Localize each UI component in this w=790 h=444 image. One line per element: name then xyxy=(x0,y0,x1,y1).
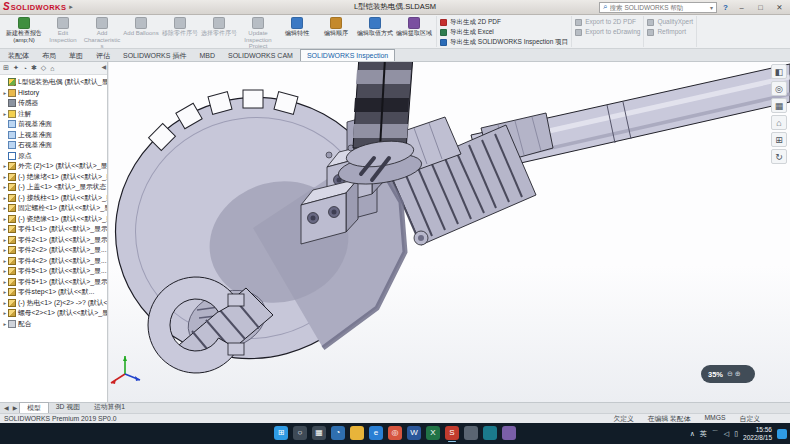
tree-item[interactable]: 上视基准面 xyxy=(2,130,107,141)
tree-item[interactable]: ▸ 零件1<1> (默认<<默认>_显示状态 xyxy=(2,224,107,235)
tree-item[interactable]: ▸ (-) 接线柱<1> (默认<<默认>_显... xyxy=(2,193,107,204)
tree-item[interactable]: 原点 xyxy=(2,151,107,162)
tree-item[interactable]: ▸ History xyxy=(2,88,107,99)
tree-item[interactable]: ▸ 零件step<1> (默认<<默... xyxy=(2,287,107,298)
ribbon-button[interactable]: 移除零件序号 xyxy=(161,16,199,37)
viewport-tool-button[interactable]: ↻ xyxy=(771,149,787,164)
tree-item[interactable]: ▸ 外壳 (2)<1> (默认<<默认>_显示状态 xyxy=(2,161,107,172)
feature-manager-tab-icon[interactable]: ✱ xyxy=(31,64,37,72)
help-search[interactable]: ⌕ ▾ xyxy=(599,2,717,13)
taskbar-icon[interactable] xyxy=(502,426,516,440)
command-tab[interactable]: SOLIDWORKS Inspection xyxy=(300,49,395,61)
taskbar-icon[interactable]: e xyxy=(369,426,383,440)
ribbon-button[interactable]: 编辑提取区域 xyxy=(395,16,433,37)
tree-item[interactable]: ▸ 零件5<1> (默认<<默认>_显... xyxy=(2,266,107,277)
tree-item[interactable]: ▸ 配合 xyxy=(2,319,107,330)
feature-manager-tab-icon[interactable]: ✦ xyxy=(13,64,19,72)
tab-scroll-right-arrow[interactable]: ▶ xyxy=(11,403,20,413)
ribbon-button[interactable]: Add Characteristics xyxy=(83,16,121,49)
tree-item[interactable]: ▸ (-) 瓷绝缘<1> (默认<<默认>_显示状... xyxy=(2,214,107,225)
viewport-tool-button[interactable]: ⊞ xyxy=(771,132,787,147)
ribbon-menu-item[interactable]: QualityXpert xyxy=(647,18,693,26)
command-tab[interactable]: SOLIDWORKS 插件 xyxy=(117,50,192,61)
tree-item[interactable]: ▸ (-) 上盖<1> <默认>_显示状态 xyxy=(2,182,107,193)
feature-manager-tab-icon[interactable]: ◔ xyxy=(23,65,27,72)
battery-icon[interactable]: ▯ xyxy=(734,430,738,438)
document-tab[interactable]: 运动算例1 xyxy=(87,402,132,413)
taskbar-icon[interactable]: ▦ xyxy=(312,426,326,440)
command-tab[interactable]: 装配体 xyxy=(2,50,35,61)
taskbar-icon[interactable] xyxy=(483,426,497,440)
taskbar-icon[interactable] xyxy=(350,426,364,440)
tree-item[interactable]: 前视基准面 xyxy=(2,119,107,130)
menu-expand-arrow[interactable]: ▸ xyxy=(69,3,73,11)
taskbar-icon[interactable]: ◔ xyxy=(331,426,345,440)
network-icon[interactable]: ⌒ xyxy=(712,429,719,439)
taskbar-icon[interactable]: ◎ xyxy=(388,426,402,440)
command-tab[interactable]: SOLIDWORKS CAM xyxy=(222,50,299,61)
document-tab[interactable]: 3D 视图 xyxy=(49,402,87,413)
taskbar-clock[interactable]: 15:56 2022/8/15 xyxy=(743,426,772,442)
tree-item[interactable]: ▸ 零件4<2> (默认<<默认>_显... xyxy=(2,256,107,267)
ribbon-button[interactable]: 编辑取值方式 xyxy=(356,16,394,37)
ribbon-menu-item[interactable]: Export to eDrawing xyxy=(575,28,640,36)
command-tab[interactable]: MBD xyxy=(193,50,221,61)
feature-manager-tab-icon[interactable]: ⌂ xyxy=(50,65,54,72)
taskbar-icon[interactable]: S xyxy=(445,426,459,440)
viewport-tool-button[interactable]: ▦ xyxy=(771,98,787,113)
search-dropdown-arrow[interactable]: ▾ xyxy=(710,4,713,11)
tab-scroll-left-arrow[interactable]: ◀ xyxy=(2,403,11,413)
taskbar-icon[interactable]: ⊞ xyxy=(274,426,288,440)
ime-indicator[interactable]: 英 xyxy=(700,429,707,439)
taskbar-icon[interactable]: X xyxy=(426,426,440,440)
tree-item[interactable]: ▸ (-) 绝缘堵<1> (默认<<默认>_显示... xyxy=(2,172,107,183)
maximize-button[interactable]: □ xyxy=(753,1,768,14)
tree-item[interactable]: ▸ 注解 xyxy=(2,109,107,120)
close-button[interactable]: ✕ xyxy=(772,1,787,14)
taskbar-icon[interactable] xyxy=(464,426,478,440)
tree-item[interactable]: ▸ 零件2<2> (默认<<默认>_显... xyxy=(2,245,107,256)
taskbar-icon[interactable]: ○ xyxy=(293,426,307,440)
ribbon-export-group-2: Export to 2D PDF Export to eDrawing xyxy=(572,16,644,47)
viewport-tool-button[interactable]: ◧ xyxy=(771,64,787,79)
ribbon-button[interactable]: Update Inspection Project xyxy=(239,16,277,49)
help-button[interactable]: ? xyxy=(723,3,728,12)
graphics-viewport[interactable]: ◧ ◎ ▦ ⌂ ⊞ ↻ 35% ⊖ ⊕ xyxy=(109,62,790,402)
notification-icon[interactable] xyxy=(777,429,787,439)
ribbon-button[interactable]: 新建检查报告 (amp;N) xyxy=(5,16,43,43)
tree-item[interactable]: ▸ 固定螺栓<1> (默认<<默认>_显示状态 xyxy=(2,203,107,214)
ribbon-menu-item[interactable]: Export to 2D PDF xyxy=(575,18,636,26)
viewport-tool-button[interactable]: ◎ xyxy=(771,81,787,96)
panel-collapse-arrow[interactable]: ◀ xyxy=(101,63,106,70)
command-tab[interactable]: 草图 xyxy=(63,50,89,61)
tray-expand-arrow[interactable]: ∧ xyxy=(690,430,695,438)
model-bolt[interactable] xyxy=(414,231,428,245)
document-tab[interactable]: 模型 xyxy=(19,402,49,413)
feature-manager-tab-icon[interactable]: ◇ xyxy=(41,64,46,72)
command-tab[interactable]: 布局 xyxy=(36,50,62,61)
tree-item[interactable]: 右视基准面 xyxy=(2,140,107,151)
ribbon-button[interactable]: 编辑顺序 xyxy=(317,16,355,37)
ribbon-button[interactable]: Edit Inspection xyxy=(44,16,82,43)
tree-item[interactable]: ▸ 螺母<2><1> (默认<<默认>_显示状态 xyxy=(2,308,107,319)
tree-item[interactable]: L型铠装热电偶 (默认<默认_显示状态-1 xyxy=(2,77,107,88)
tree-item[interactable]: ▸ 零件2<1> (默认<<默认>_显示状 xyxy=(2,235,107,246)
volume-icon[interactable]: ◁ xyxy=(724,430,729,438)
ribbon-menu-item[interactable]: 导出生成 Excel xyxy=(440,28,494,36)
ribbon-button[interactable]: 编辑特性 xyxy=(278,16,316,37)
zoom-indicator[interactable]: 35% ⊖ ⊕ xyxy=(701,365,755,383)
taskbar-icon[interactable]: W xyxy=(407,426,421,440)
tree-item[interactable]: 传感器 xyxy=(2,98,107,109)
command-tab[interactable]: 评估 xyxy=(90,50,116,61)
minimize-button[interactable]: – xyxy=(734,1,749,14)
feature-manager-tab-icon[interactable]: ⊞ xyxy=(3,64,9,72)
ribbon-button[interactable]: Add Balloons xyxy=(122,16,160,37)
tree-item[interactable]: ▸ (-) 热电<1> (2)<2> ->? (默认<<默认>... xyxy=(2,298,107,309)
ribbon-menu-item[interactable]: 导出生成 SOLIDWORKS Inspection 项目 xyxy=(440,38,568,46)
search-input[interactable] xyxy=(610,4,709,11)
ribbon-button[interactable]: 选择零件序号 xyxy=(200,16,238,37)
ribbon-menu-item[interactable]: 导出生成 2D PDF xyxy=(440,18,501,26)
tree-item[interactable]: ▸ 零件5+1> (默认<<默认>_显示状... xyxy=(2,277,107,288)
viewport-tool-button[interactable]: ⌂ xyxy=(771,115,787,130)
ribbon-menu-item[interactable]: RefImport xyxy=(647,28,686,36)
